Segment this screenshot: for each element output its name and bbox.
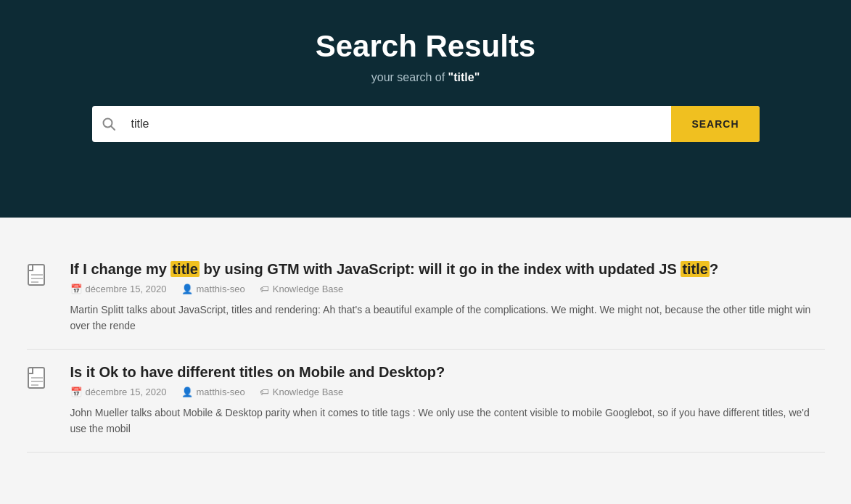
search-button[interactable]: SEARCH (671, 106, 759, 142)
search-term-highlight: "title" (448, 71, 480, 83)
tag-icon: 🏷 (260, 387, 269, 397)
result-author: matthis-seo (197, 387, 245, 397)
result-excerpt: John Mueller talks about Mobile & Deskto… (70, 405, 825, 437)
document-icon (27, 364, 56, 437)
result-content: If I change my title by using GTM with J… (70, 261, 825, 334)
result-item: Is it Ok to have different titles on Mob… (27, 350, 825, 453)
search-icon (92, 106, 126, 142)
subtitle-prefix: your search of (371, 71, 448, 83)
result-category: Knowledge Base (273, 284, 344, 294)
user-icon: 👤 (181, 284, 193, 294)
result-author: matthis-seo (197, 284, 245, 294)
calendar-icon: 📅 (70, 387, 82, 397)
meta-category: 🏷 Knowledge Base (260, 387, 344, 397)
meta-date: 📅 décembre 15, 2020 (70, 284, 167, 294)
highlight-title-1: title (170, 261, 200, 277)
result-excerpt: Martin Splitt talks about JavaScript, ti… (70, 302, 825, 334)
tag-icon: 🏷 (260, 284, 269, 294)
meta-category: 🏷 Knowledge Base (260, 284, 344, 294)
result-date: décembre 15, 2020 (86, 284, 167, 294)
result-content: Is it Ok to have different titles on Mob… (70, 364, 825, 437)
document-icon (27, 261, 56, 334)
meta-author: 👤 matthis-seo (181, 284, 245, 294)
page-title: Search Results (15, 29, 836, 64)
result-title-link[interactable]: Is it Ok to have different titles on Mob… (70, 364, 825, 381)
result-meta: 📅 décembre 15, 2020 👤 matthis-seo 🏷 Know… (70, 284, 825, 294)
svg-line-1 (111, 126, 115, 130)
results-section: If I change my title by using GTM with J… (12, 218, 839, 482)
search-input[interactable] (126, 106, 672, 142)
result-title-link[interactable]: If I change my title by using GTM with J… (70, 261, 825, 278)
result-meta: 📅 décembre 15, 2020 👤 matthis-seo 🏷 Know… (70, 387, 825, 397)
highlight-title-2: title (681, 261, 710, 277)
result-date: décembre 15, 2020 (86, 387, 167, 397)
meta-author: 👤 matthis-seo (181, 387, 245, 397)
search-bar: SEARCH (92, 106, 760, 142)
result-category: Knowledge Base (273, 387, 344, 397)
user-icon: 👤 (181, 387, 193, 397)
calendar-icon: 📅 (70, 284, 82, 294)
meta-date: 📅 décembre 15, 2020 (70, 387, 167, 397)
header-section: Search Results your search of "title" SE… (0, 0, 851, 218)
result-item: If I change my title by using GTM with J… (27, 247, 825, 350)
search-subtitle: your search of "title" (15, 71, 836, 84)
result-title-text: Is it Ok to have different titles on Mob… (70, 364, 445, 380)
